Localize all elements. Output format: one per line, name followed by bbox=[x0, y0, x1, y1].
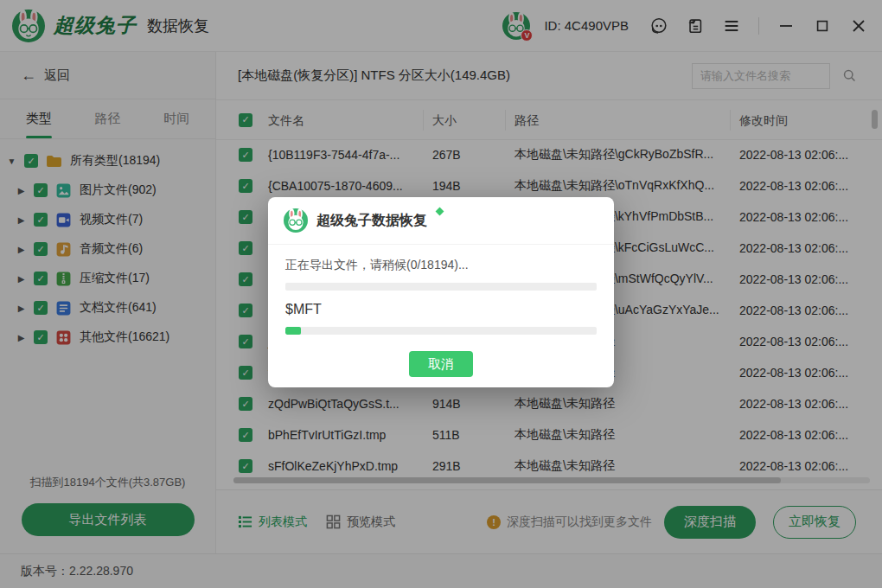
export-progress-dialog: 超级兔子数据恢复 正在导出文件，请稍候(0/18194)... $MFT 取消 bbox=[268, 197, 614, 387]
app-window: 超级兔子 数据恢复 V ID: 4C490VPB bbox=[0, 0, 882, 588]
cancel-button[interactable]: 取消 bbox=[409, 351, 473, 377]
dialog-header: 超级兔子数据恢复 bbox=[268, 197, 614, 245]
dialog-title: 超级兔子数据恢复 bbox=[316, 212, 427, 230]
export-status-text: 正在导出文件，请稍候(0/18194)... bbox=[285, 258, 597, 273]
file-progress-bar bbox=[285, 327, 597, 335]
diamond-icon bbox=[436, 208, 444, 216]
file-progress-fill bbox=[285, 327, 301, 335]
rabbit-logo-icon bbox=[284, 208, 308, 233]
overall-progress-bar bbox=[285, 283, 597, 291]
current-file-label: $MFT bbox=[285, 302, 597, 317]
dialog-body: 正在导出文件，请稍候(0/18194)... $MFT 取消 bbox=[268, 245, 614, 377]
